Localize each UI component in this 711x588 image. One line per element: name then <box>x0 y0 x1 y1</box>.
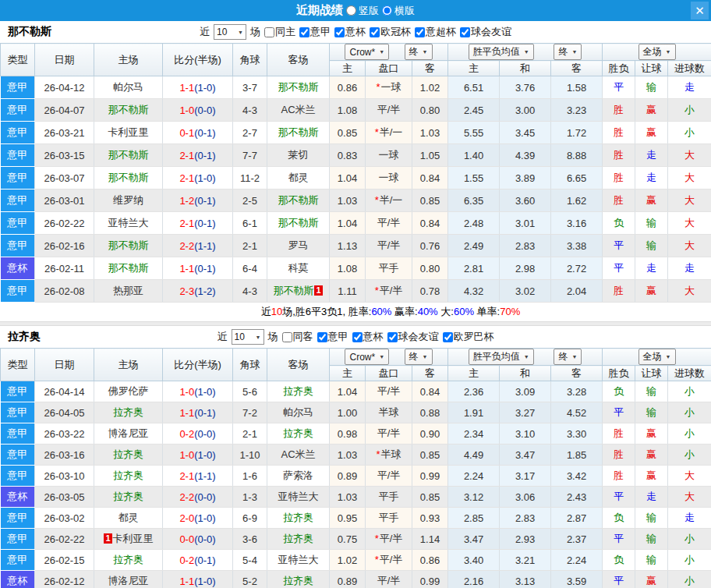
final-dropdown-2[interactable]: 终▼ <box>554 349 582 365</box>
checkbox-input[interactable] <box>415 27 425 37</box>
filter-checkbox-5[interactable]: 球会友谊 <box>460 25 511 39</box>
final-dropdown[interactable]: 终▼ <box>405 44 433 60</box>
filter-checkbox-3[interactable]: 欧冠杯 <box>370 25 411 39</box>
home-team-name: 都灵 <box>118 512 139 523</box>
filter-checkbox-3[interactable]: 球会友谊 <box>387 330 439 344</box>
away-team-cell: 那不勒斯1 <box>267 280 330 303</box>
chevron-down-icon: ▼ <box>379 354 384 360</box>
score-cell: 1-0(0-0) <box>163 99 233 122</box>
corner-cell: 7-7 <box>233 144 267 167</box>
summary-part: 赢率: <box>391 306 417 317</box>
filter-checkbox-2[interactable]: 意杯 <box>334 25 366 39</box>
crow-away-odds: 0.90 <box>412 423 448 445</box>
away-team-cell: 拉齐奥 <box>267 508 330 529</box>
crow-dropdown[interactable]: Crow*▼ <box>345 349 389 365</box>
crow-dropdown[interactable]: Crow*▼ <box>345 44 389 60</box>
fullgame-dropdown-label: 全场 <box>643 350 662 363</box>
corner-cell: 2-1 <box>233 423 267 445</box>
crow-home-odds: 0.89 <box>330 571 366 588</box>
date-cell: 26-03-07 <box>35 167 94 190</box>
home-team-name: 那不勒斯 <box>108 239 149 251</box>
fullgame-group: 全场▼ <box>603 44 711 61</box>
fullgame-dropdown[interactable]: 全场▼ <box>638 349 676 365</box>
away-team-name: 亚特兰大 <box>278 491 319 502</box>
filter-checkbox-1[interactable]: 意甲 <box>299 25 331 39</box>
radio-vertical-input[interactable] <box>346 5 356 16</box>
column-header-1: 日期 <box>35 44 94 76</box>
final-dropdown-2[interactable]: 终▼ <box>554 44 582 60</box>
checkbox-input[interactable] <box>282 332 292 342</box>
fullgame-dropdown[interactable]: 全场▼ <box>638 44 676 60</box>
score-cell: 2-1(0-1) <box>163 144 233 167</box>
crow-home-odds: 1.02 <box>330 550 366 571</box>
home-team-cell: 那不勒斯 <box>94 99 163 122</box>
match-row: 意杯26-03-05拉齐奥2-2(0-0)1-3亚特兰大1.03平手0.853.… <box>1 487 711 508</box>
handicap-value: 平手 <box>379 262 399 274</box>
fulltime-score: 0-2 <box>179 554 194 566</box>
halftime-score: (0-1) <box>194 150 215 161</box>
handicap-cell: 平手 <box>366 257 412 280</box>
crow-home-odds: 1.11 <box>330 280 366 303</box>
avg-dropdown[interactable]: 胜平负均值▼ <box>469 44 534 60</box>
match-count-select[interactable]: 10▼ <box>232 329 264 345</box>
result-goals: 小 <box>668 402 711 423</box>
avg-draw-odds: 3.27 <box>500 402 551 423</box>
checkbox-input[interactable] <box>317 332 327 342</box>
corner-cell: 2-7 <box>233 122 267 144</box>
away-team-cell: 亚特兰大 <box>267 550 330 571</box>
avg-home-odds: 4.32 <box>448 280 500 303</box>
filter-checkbox-2[interactable]: 意杯 <box>352 330 384 344</box>
crow-away-odds: 0.99 <box>412 466 448 487</box>
layout-radio-vertical[interactable]: 竖版 <box>346 4 379 18</box>
date-cell: 26-02-08 <box>35 280 94 303</box>
checkbox-input[interactable] <box>352 332 363 342</box>
avg-home-odds: 2.45 <box>448 99 500 122</box>
checkbox-input[interactable] <box>443 332 453 342</box>
corner-cell: 11-2 <box>233 167 267 190</box>
away-team-name: 科莫 <box>288 262 309 274</box>
layout-radio-horizontal[interactable]: 横版 <box>382 4 415 18</box>
handicap-cell: *半/一 <box>366 122 412 144</box>
checkbox-input[interactable] <box>387 332 398 342</box>
avg-away-odds: 3.16 <box>551 212 603 235</box>
halftime-score: (0-1) <box>194 554 215 566</box>
handicap-value: 平手 <box>379 512 399 523</box>
filter-checkbox-4[interactable]: 意超杯 <box>415 25 456 39</box>
score-cell: 2-3(1-2) <box>163 280 233 303</box>
filter-checkbox-label: 球会友谊 <box>471 25 511 39</box>
sub-column-header-6: 胜负 <box>603 366 635 381</box>
filter-checkbox-0[interactable]: 同客 <box>282 330 313 344</box>
crow-away-odds: 1.05 <box>412 144 448 167</box>
checkbox-input[interactable] <box>334 27 345 37</box>
checkbox-input[interactable] <box>460 27 470 37</box>
radio-horizontal-input[interactable] <box>382 5 392 16</box>
avg-draw-odds: 3.02 <box>500 280 551 303</box>
final-dropdown[interactable]: 终▼ <box>405 349 433 365</box>
filter-checkbox-1[interactable]: 意甲 <box>317 330 348 344</box>
avg-draw-odds: 3.89 <box>500 167 551 190</box>
match-count-select[interactable]: 10▼ <box>214 24 246 40</box>
result-handicap: 输 <box>635 212 668 235</box>
checkbox-input[interactable] <box>299 27 310 37</box>
team-section-1: 拉齐奥近10▼场同客意甲意杯球会友谊欧罗巴杯类型日期主场比分(半场)角球客场Cr… <box>0 326 711 588</box>
away-team-name: 都灵 <box>288 172 309 183</box>
close-icon[interactable]: ✕ <box>691 2 709 19</box>
column-header-0: 类型 <box>1 349 35 381</box>
result-goals: 小 <box>668 571 711 588</box>
away-team-name: 莱切 <box>288 149 309 161</box>
avg-draw-odds: 3.06 <box>500 487 551 508</box>
column-header-0: 类型 <box>1 44 35 76</box>
filter-checkbox-label: 意甲 <box>328 330 348 344</box>
halftime-score: (1-1) <box>194 240 215 252</box>
avg-dropdown[interactable]: 胜平负均值▼ <box>469 349 534 365</box>
handicap-cell: 一球 <box>366 144 412 167</box>
sub-column-header-1: 盘口 <box>366 366 412 381</box>
summary-part: 40% <box>418 306 438 317</box>
filter-checkbox-0[interactable]: 同主 <box>264 25 295 39</box>
checkbox-input[interactable] <box>264 27 274 37</box>
away-team-cell: 帕尔马 <box>267 402 330 423</box>
crow-home-odds: 1.00 <box>330 402 366 423</box>
checkbox-input[interactable] <box>370 27 380 37</box>
filter-checkbox-4[interactable]: 欧罗巴杯 <box>443 330 494 344</box>
titlebar: 近期战绩 竖版 横版 ✕ <box>0 0 711 21</box>
